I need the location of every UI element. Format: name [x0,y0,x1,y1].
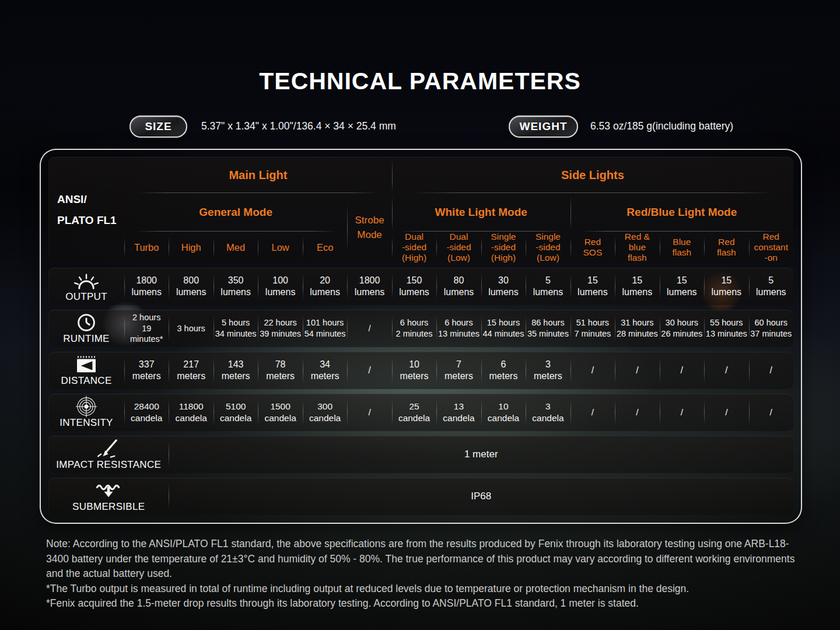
row-label-text: IMPACT RESISTANCE [56,459,161,471]
group-side-lights: Side Lights [392,157,793,193]
table-cell: 86 hours 35 minutes [526,310,570,347]
row-label: OUTPUT [48,268,124,305]
row-label: RUNTIME [48,310,124,347]
table-cell: / [615,394,659,431]
table-cell: 15 lumens [704,268,748,305]
table-cell: 55 hours 13 minutes [704,310,748,347]
row-label-text: DISTANCE [61,375,111,387]
table-cell: 15 lumens [615,268,659,305]
spec-table: ANSI/ PLATO FL1 Main Light Side Lights G… [40,149,802,524]
column-high: High [169,232,213,263]
table-cell: 3 meters [526,352,570,389]
column-dual-sided-low: Dual -sided (Low) [436,232,481,263]
table-cell: 1800 lumens [124,268,169,305]
table-cell: 7 meters [436,352,481,389]
table-cell: 1 meter [169,436,793,473]
column-turbo: Turbo [124,232,169,263]
runtime-icon [76,313,96,332]
table-cell: 5 lumens [749,268,793,305]
group-general-mode: General Mode [124,193,347,232]
table-cell: / [660,352,704,389]
column-single-sided-high: Single -sided (High) [481,232,526,263]
table-cell: / [660,394,704,431]
table-row-intensity: INTENSITY28400 candela11800 candela5100 … [48,394,793,431]
column-low: Low [258,232,302,263]
table-cell: / [570,394,615,431]
column-red-blue-flash: Red & blue flash [615,232,659,263]
table-header: ANSI/ PLATO FL1 Main Light Side Lights G… [48,157,793,263]
table-cell: 30 hours 26 minutes [660,310,704,347]
table-cell: 5 hours 34 minutes [214,310,258,347]
table-row-distance: DISTANCE337 meters217 meters143 meters78… [48,352,793,389]
standard-line-2: PLATO FL1 [57,214,117,227]
table-cell: 11800 candela [169,394,213,431]
table-cell: 337 meters [124,352,169,389]
row-label: INTENSITY [48,394,124,431]
note-paragraph: *The Turbo output is measured in total o… [46,582,795,597]
table-cell: 6 hours 13 minutes [436,310,481,347]
table-cell: 78 meters [258,352,302,389]
row-label: IMPACT RESISTANCE [48,436,169,473]
row-label-text: SUBMERSIBLE [72,501,145,513]
table-row-submersible: SUBMERSIBLEIP68 [48,478,793,515]
table-cell: 5 lumens [526,268,570,305]
table-cell: / [347,394,391,431]
table-row-runtime: RUNTIME2 hours 19 minutes*3 hours5 hours… [48,310,793,347]
column-eco: Eco [303,232,347,263]
standard-label: ANSI/ PLATO FL1 [48,157,124,263]
size-badge: SIZE [130,116,187,138]
table-cell: 217 meters [169,352,213,389]
table-cell: 15 lumens [660,268,704,305]
table-cell: 13 candela [436,394,481,431]
note-paragraph: Note: According to the ANSI/PLATO FL1 st… [46,537,795,582]
table-cell: 34 meters [303,352,347,389]
table-cell: / [347,352,391,389]
submersible-icon [95,481,122,500]
table-cell: 10 candela [481,394,526,431]
table-cell: 150 lumens [392,268,436,305]
table-cell: 30 lumens [481,268,526,305]
table-cell: 3 hours [169,310,213,347]
table-cell: 22 hours 39 minutes [258,310,302,347]
standard-line-1: ANSI/ [57,193,87,206]
table-cell: 15 hours 44 minutes [481,310,526,347]
column-single-sided-low: Single -sided (Low) [526,232,570,263]
table-cell: 25 candela [392,394,436,431]
size-value: 5.37" x 1.34" x 1.00"/136.4 × 34 × 25.4 … [201,120,396,132]
column-med: Med [214,232,258,263]
table-cell: 5100 candela [214,394,258,431]
table-cell: 1500 candela [258,394,302,431]
table-cell: / [704,394,748,431]
note-paragraph: *Fenix acquired the 1.5-meter drop resul… [46,596,795,611]
column-blue-flash: Blue flash [660,232,704,263]
distance-icon [74,355,99,374]
table-cell: 10 meters [392,352,436,389]
table-cell: 6 meters [481,352,526,389]
row-label-text: OUTPUT [65,291,107,303]
group-red-blue-light-mode: Red/Blue Light Mode [570,193,793,232]
row-label: DISTANCE [48,352,124,389]
table-cell: 800 lumens [169,268,213,305]
table-cell: 60 hours 37 minutes [749,310,793,347]
table-cell: 28400 candela [124,394,169,431]
table-cell: / [615,352,659,389]
page-title: TECHNICAL PARAMETERS [0,68,840,95]
table-cell: 1800 lumens [347,268,391,305]
table-cell: 20 lumens [303,268,347,305]
table-cell: 100 lumens [258,268,302,305]
table-cell: 350 lumens [214,268,258,305]
table-cell: 3 candela [526,394,570,431]
output-icon [73,271,100,290]
table-cell: 31 hours 28 minutes [615,310,659,347]
table-cell: 143 meters [214,352,258,389]
footnotes: Note: According to the ANSI/PLATO FL1 st… [46,537,795,611]
group-main-light: Main Light [124,157,392,193]
table-cell: / [704,352,748,389]
table-cell: IP68 [169,478,793,515]
table-cell: 6 hours 2 minutes [392,310,436,347]
column-red-sos: Red SOS [570,232,615,263]
table-cell: 51 hours 7 minutes [570,310,615,347]
table-cell: / [749,394,793,431]
table-cell: 15 lumens [570,268,615,305]
weight-value: 6.53 oz/185 g(including battery) [590,120,733,132]
